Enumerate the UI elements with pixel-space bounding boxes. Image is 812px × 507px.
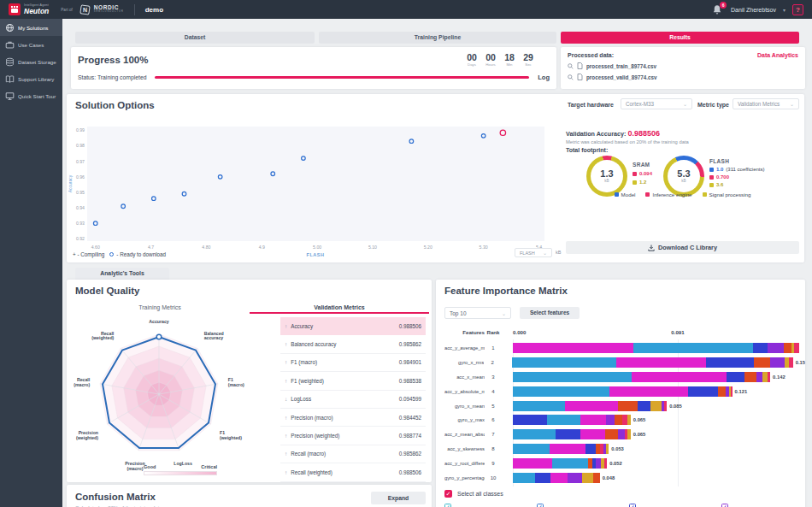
bar-segment [618,429,625,439]
timer-hours-label: Hours [481,62,500,67]
user-menu-chevron-icon[interactable]: ▾ [783,7,786,13]
sidebar-item-dataset-storage[interactable]: Dataset Storage [0,53,62,70]
feature-row: acc_y_skewness80.053 [444,442,805,457]
metric-value: 0.985862 [399,341,421,347]
sram-signal-value: 1.2 [639,180,646,185]
flash-legend-item: 3.6 [709,182,723,187]
sidebar-item-label: Use Cases [18,42,44,48]
expand-button[interactable]: Expand [371,492,426,504]
sidebar-item-use-cases[interactable]: Use Cases [0,36,62,53]
metric-row[interactable]: ↑Recall (macro)0.985862 [280,445,426,463]
metric-row[interactable]: ↑Recall (weighted)0.988506 [280,463,426,481]
flash-label: FLASH [709,158,729,164]
solution-point[interactable] [409,139,414,144]
metric-row[interactable]: ↑Precision (macro)0.984452 [280,409,426,427]
tab-dataset[interactable]: Dataset [75,32,315,44]
processed-file-row: processed_train_89774.csv [568,62,798,69]
x-axis-unit-select[interactable]: FLASH⌄ [515,248,552,257]
bar-segment [754,357,771,368]
bar-segment [618,401,638,411]
feature-importance-bar [513,458,607,469]
select-all-classes-checkbox[interactable]: ✓ Select all classes [444,490,503,498]
solution-options-card: Solution Options Target hardware Cortex-… [67,94,804,262]
metric-row[interactable]: ↑Precision (weighted)0.988774 [280,427,426,445]
class-checkbox[interactable]: ✓ [721,504,805,507]
solution-point[interactable] [93,221,97,226]
class-checkbox[interactable]: ✓ [537,504,629,507]
metric-name: Recall (macro) [291,451,326,457]
class-checkbox[interactable]: ✓ [444,504,537,507]
radar-marker [156,334,162,339]
bar-segment [706,357,754,368]
ready-marker-icon [109,252,114,256]
feature-rows: acc_y_average_ma...1gyro_x_rms20.15acc_x… [444,341,805,485]
radar-axis-label: F1(weighted) [220,430,242,440]
briefcase-icon [5,40,15,50]
feature-name: gyro_y_percentage... [444,475,485,480]
sidebar-item-quick-start-tour[interactable]: Quick Start Tour [0,87,62,104]
tab-training-pipeline[interactable]: Training Pipeline [319,32,556,44]
class-checkbox[interactable]: ✓ [629,504,721,507]
sram-legend-item: 1.2 [633,180,646,185]
solution-point[interactable] [271,172,275,176]
feature-importance-value: 0.142 [773,374,786,380]
solution-point[interactable] [182,192,186,196]
axis-min-label: 0.000 [513,329,526,335]
notifications-button[interactable]: 6 [712,3,724,15]
solutions-icon [5,23,15,32]
file-icon[interactable] [577,74,583,80]
user-name[interactable]: Danil Zherebtsov [731,7,776,13]
solution-point[interactable] [121,204,126,209]
legend-compiling: + - Compiling [73,251,104,257]
tab-validation-metrics[interactable]: Validation Metrics [250,302,429,314]
processed-valid-file[interactable]: processed_valid_89774.csv [586,74,657,80]
download-c-library-label: Download C Library [658,244,717,251]
processed-train-file[interactable]: processed_train_89774.csv [586,63,656,69]
gauge-unit: kB [681,179,685,183]
legend-square-icon [615,192,619,197]
bar-segment [513,473,535,483]
tab-training-metrics[interactable]: Training Metrics [70,302,250,314]
select-features-button[interactable]: Select features [520,307,580,319]
metric-type-value: Validation Metrics [738,101,780,107]
metric-row[interactable]: ↑F1 (weighted)0.988538 [280,372,426,390]
download-c-library-button[interactable]: Download C Library [566,241,799,254]
flash-legend-item: 0.700 [709,174,729,180]
solution-point[interactable] [152,197,156,201]
bar-segment [615,415,623,425]
feature-rank: 2 [484,360,501,365]
arrow-up-icon: ↑ [285,415,287,421]
tab-results[interactable]: Results [561,32,799,44]
sidebar-item-my-solutions[interactable]: My Solutions [0,19,62,36]
log-link[interactable]: Log [538,74,550,81]
metric-name: Precision (macro) [291,415,332,421]
legend-inference-engine: Inference engine [652,192,691,197]
top-n-select[interactable]: Top 10⌄ [444,307,511,319]
feature-row: gyro_x_rms20.15 [444,356,805,370]
solution-point[interactable] [302,156,306,161]
solution-point[interactable] [218,175,222,180]
bar-segment [770,357,784,368]
preview-icon[interactable] [568,74,574,80]
solution-point[interactable] [481,134,485,139]
solution-options-title: Solution Options [75,100,155,110]
sidebar-item-support-library[interactable]: Support Library [0,70,62,87]
preview-icon[interactable] [568,63,574,69]
radar-axis-label: Precision(weighted) [76,430,98,440]
legend-square-icon [633,172,637,176]
metric-row[interactable]: ↑Accuracy0.988506 [280,317,426,335]
data-analytics-link[interactable]: Data Analytics [757,52,798,58]
metric-row[interactable]: ↑F1 (macro)0.984901 [280,354,426,372]
timer-min: 18 [500,52,519,62]
feature-rank: 7 [485,432,502,437]
metric-name: F1 (macro) [291,359,317,365]
bar-segment [768,372,771,382]
analytics-tools-tab[interactable]: Analytic's Tools [75,268,169,280]
file-icon[interactable] [577,62,583,69]
help-button[interactable]: ? [792,4,803,15]
metric-row[interactable]: ↓LogLoss0.094599 [280,391,426,409]
metric-type-select[interactable]: Validation Metrics⌄ [733,98,799,109]
neuton-logo-icon[interactable] [9,3,21,15]
target-hardware-select[interactable]: Cortex-M33⌄ [621,98,692,109]
metric-row[interactable]: ↑Balanced accuracy0.985862 [280,335,426,353]
